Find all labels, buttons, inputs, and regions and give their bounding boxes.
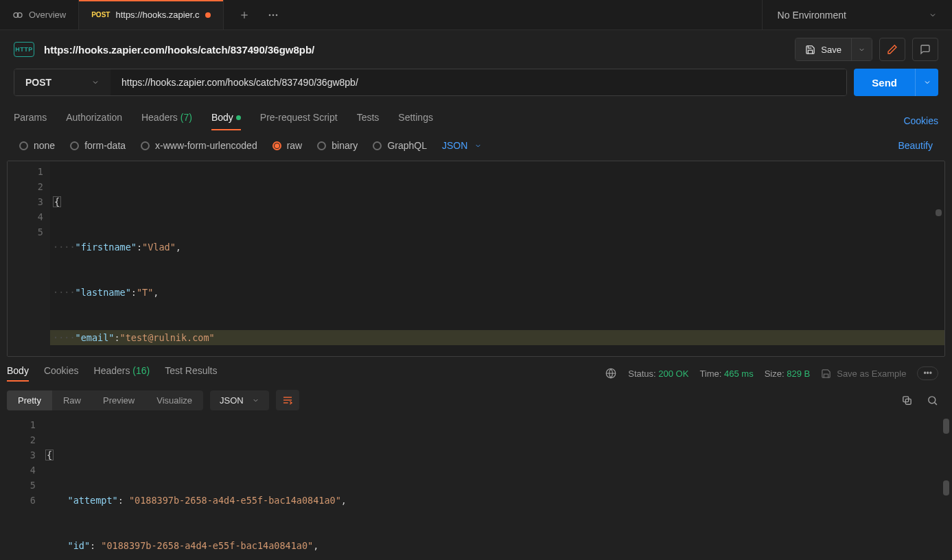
tab-prerequest[interactable]: Pre-request Script — [260, 112, 338, 130]
http-badge-icon: HTTP — [14, 42, 34, 57]
save-options-button[interactable] — [851, 38, 872, 60]
method-select[interactable]: POST — [14, 69, 111, 95]
search-response-button[interactable] — [927, 395, 938, 406]
response-view-mode: Pretty Raw Preview Visualize — [7, 390, 203, 410]
send-options-button[interactable] — [915, 69, 938, 96]
environment-select[interactable]: No Environment — [762, 0, 952, 30]
view-pretty[interactable]: Pretty — [7, 390, 52, 410]
chevron-down-icon — [91, 78, 100, 86]
tab-overview[interactable]: Overview — [0, 0, 79, 30]
svg-point-5 — [272, 14, 274, 16]
tab-headers[interactable]: Headers (7) — [141, 112, 192, 130]
headers-count: (7) — [181, 112, 192, 123]
body-type-urlencoded[interactable]: x-www-form-urlencoded — [141, 140, 257, 151]
scrollbar-thumb[interactable] — [943, 480, 949, 495]
wrap-lines-button[interactable] — [276, 390, 299, 410]
tab-body[interactable]: Body — [211, 112, 241, 130]
chevron-down-icon — [252, 397, 259, 404]
comment-icon — [920, 44, 931, 55]
scrollbar-thumb[interactable] — [943, 419, 949, 434]
wrap-icon — [282, 395, 293, 406]
tab-authorization[interactable]: Authorization — [66, 112, 122, 130]
response-code[interactable]: { "attempt": "0188397b-2658-a4d4-e55f-ba… — [43, 415, 952, 560]
response-body-editor[interactable]: 1 2 3 4 5 6 { "attempt": "0188397b-2658-… — [0, 415, 952, 560]
chevron-down-icon — [923, 78, 931, 86]
search-icon — [927, 395, 938, 406]
request-body-editor[interactable]: 1 2 3 4 5 { ····"firstname":"Vlad", ····… — [7, 161, 945, 357]
svg-line-14 — [934, 402, 937, 405]
editor-code[interactable]: { ····"firstname":"Vlad", ····"lastname"… — [50, 161, 944, 356]
chevron-down-icon — [474, 142, 482, 150]
chevron-down-icon — [929, 11, 937, 19]
url-value: https://hooks.zapier.com/hooks/catch/837… — [121, 77, 358, 88]
body-subtype-select[interactable]: JSON — [442, 140, 482, 151]
globe-icon[interactable] — [605, 367, 617, 380]
plus-icon — [240, 10, 249, 20]
pencil-icon — [887, 44, 898, 55]
view-visualize[interactable]: Visualize — [146, 390, 203, 410]
body-indicator-icon — [236, 115, 241, 120]
response-tab-cookies[interactable]: Cookies — [44, 365, 79, 382]
chevron-down-icon — [858, 46, 866, 54]
view-preview[interactable]: Preview — [92, 390, 146, 410]
response-tab-tests[interactable]: Test Results — [165, 365, 217, 382]
radio-icon — [70, 141, 79, 150]
response-tab-headers[interactable]: Headers (16) — [94, 365, 150, 382]
editor-gutter: 1 2 3 4 5 — [8, 161, 50, 356]
copy-response-button[interactable] — [901, 395, 913, 406]
method-value: POST — [25, 77, 51, 88]
comments-button[interactable] — [912, 38, 938, 61]
response-gutter: 1 2 3 4 5 6 — [0, 415, 43, 560]
svg-point-13 — [929, 396, 936, 403]
tab-method-badge: POST — [91, 11, 110, 19]
radio-selected-icon — [272, 141, 281, 150]
unsaved-dot-icon — [205, 12, 211, 18]
add-tab-button[interactable] — [235, 5, 254, 25]
size-info: Size: 829 B — [765, 369, 811, 379]
save-button[interactable]: Save — [796, 38, 851, 60]
edit-button[interactable] — [879, 38, 905, 61]
status-info: Status: 200 OK — [628, 369, 688, 379]
view-raw[interactable]: Raw — [52, 390, 92, 410]
environment-label: No Environment — [778, 10, 846, 21]
save-label: Save — [821, 45, 841, 55]
save-icon — [805, 45, 815, 55]
body-type-raw[interactable]: raw — [272, 140, 303, 151]
response-tab-body[interactable]: Body — [7, 365, 29, 382]
response-type-select[interactable]: JSON — [210, 390, 269, 410]
body-type-graphql[interactable]: GraphQL — [373, 140, 427, 151]
tab-overview-label: Overview — [29, 10, 66, 20]
response-headers-count: (16) — [132, 365, 150, 376]
body-type-binary[interactable]: binary — [317, 140, 358, 151]
svg-point-4 — [268, 14, 270, 16]
save-icon — [821, 369, 831, 379]
radio-icon — [141, 141, 150, 150]
time-info: Time: 465 ms — [699, 369, 753, 379]
scrollbar-thumb[interactable] — [936, 209, 942, 216]
tab-params[interactable]: Params — [14, 112, 47, 130]
overview-icon — [12, 10, 23, 21]
url-input[interactable]: https://hooks.zapier.com/hooks/catch/837… — [111, 69, 846, 95]
send-button[interactable]: Send — [854, 69, 915, 96]
body-type-none[interactable]: none — [19, 140, 55, 151]
response-more-button[interactable]: ••• — [917, 366, 938, 380]
cookies-link[interactable]: Cookies — [903, 115, 938, 126]
copy-icon — [901, 395, 913, 406]
request-title[interactable]: https://hooks.zapier.com/hooks/catch/837… — [44, 44, 314, 56]
tabs-more-button[interactable] — [264, 5, 283, 25]
tab-request[interactable]: POST https://hooks.zapier.c — [79, 0, 223, 30]
send-label: Send — [872, 77, 897, 89]
radio-icon — [19, 141, 28, 150]
save-as-example-button[interactable]: Save as Example — [821, 369, 906, 379]
tab-settings[interactable]: Settings — [398, 112, 433, 130]
svg-point-6 — [275, 14, 277, 16]
more-dots-icon — [268, 14, 278, 16]
body-type-formdata[interactable]: form-data — [70, 140, 126, 151]
tab-tests[interactable]: Tests — [357, 112, 380, 130]
radio-icon — [317, 141, 326, 150]
radio-icon — [373, 141, 382, 150]
tab-request-title: https://hooks.zapier.c — [115, 10, 199, 20]
beautify-button[interactable]: Beautify — [898, 140, 933, 151]
